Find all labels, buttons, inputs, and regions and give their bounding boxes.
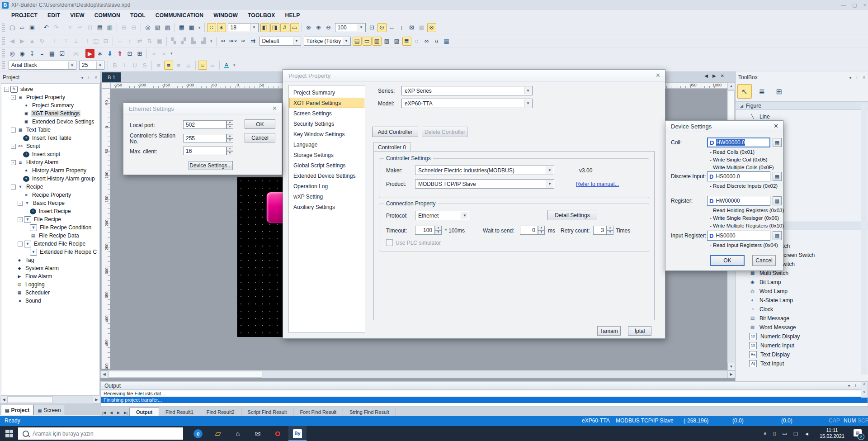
menu-project[interactable]: PROJECT bbox=[6, 11, 42, 20]
last-tab-icon[interactable]: ▶| bbox=[122, 409, 129, 416]
menu-communication[interactable]: COMMUNICATION bbox=[151, 11, 208, 20]
tab-scroll-left-icon[interactable]: ◀ bbox=[704, 73, 708, 78]
zoom-selection-icon[interactable]: ⊠ bbox=[407, 23, 416, 32]
tree-item-history-alarm-property[interactable]: ∗History Alarm Property bbox=[1, 166, 99, 175]
output-pin-icon[interactable]: ⊤ bbox=[854, 383, 858, 388]
font-name-combo[interactable]: Arial Black▼ bbox=[9, 61, 76, 70]
menu-view[interactable]: VIEW bbox=[65, 11, 89, 20]
refer-to-manual-link[interactable]: Refer to manual... bbox=[576, 181, 619, 187]
cancel-button[interactable]: Cancel bbox=[752, 255, 776, 266]
tree-item-tag[interactable]: ◈Tag bbox=[1, 256, 99, 264]
keypad-icon[interactable]: ▦ bbox=[773, 138, 782, 147]
tree-item-insert-text-table[interactable]: +Insert Text Table bbox=[1, 134, 99, 142]
upload-project-icon[interactable]: ⇑ bbox=[115, 49, 124, 58]
dialog-close-icon[interactable]: ✕ bbox=[272, 105, 277, 112]
screen-tab[interactable]: B-1 bbox=[102, 72, 121, 82]
valign-middle-icon[interactable]: ≂ bbox=[198, 61, 207, 70]
undo-icon[interactable]: ↶ bbox=[42, 23, 51, 32]
tree-item-scheduler[interactable]: ▦Scheduler bbox=[1, 289, 99, 297]
zoom-area-icon[interactable]: ⊡ bbox=[368, 23, 377, 32]
station-input[interactable]: 255 bbox=[183, 134, 226, 142]
dialog-close-icon[interactable]: ✕ bbox=[656, 72, 660, 79]
find-in-screen-icon[interactable]: ◉ bbox=[18, 49, 27, 58]
tree-item-insert-script[interactable]: +Insert script bbox=[1, 150, 99, 158]
zoom-100-icon[interactable]: ⊙ bbox=[377, 23, 387, 32]
memo-list-icon[interactable]: ▤ bbox=[47, 49, 57, 58]
tree-item-insert-history-alarm-group[interactable]: +Insert History Alarm group bbox=[1, 175, 99, 183]
device-settings-button[interactable]: Device Settings... bbox=[189, 161, 233, 170]
paste-device-icon[interactable]: ▥ bbox=[105, 23, 114, 32]
toolbar-overflow-icon[interactable]: ▾ bbox=[198, 25, 201, 30]
menu-tool[interactable]: TOOL bbox=[125, 11, 151, 20]
pp-nav-xgt-panel-settings[interactable]: XGT Panel Settings bbox=[289, 98, 364, 108]
tree-item-basic-recipe[interactable]: -▼Basic Recipe bbox=[1, 199, 99, 207]
pane-screen-icon[interactable]: ▭ bbox=[363, 37, 372, 46]
pane-comment-icon[interactable]: ◌ bbox=[412, 37, 421, 46]
save-file-icon[interactable]: ▣ bbox=[28, 23, 37, 32]
output-tab-output[interactable]: Output bbox=[129, 408, 159, 416]
chevron-up-icon[interactable]: ∧ bbox=[763, 431, 767, 436]
ok-button[interactable]: OK bbox=[245, 119, 275, 129]
tree-expander-icon[interactable]: - bbox=[11, 95, 16, 100]
run-simulator-icon[interactable]: ▶ bbox=[85, 49, 94, 58]
local-port-input[interactable]: 502 bbox=[183, 120, 226, 129]
minimize-button[interactable]: — bbox=[841, 2, 846, 8]
device-icon[interactable]: ▯ bbox=[773, 431, 776, 436]
menu-help[interactable]: HELP bbox=[280, 11, 305, 20]
device-address-input[interactable]: DHW00000.0 bbox=[707, 138, 770, 147]
show-device-icon[interactable]: DEV bbox=[229, 37, 238, 46]
dialog-close-icon[interactable]: ✕ bbox=[774, 123, 778, 129]
tree-item-insert-recipe[interactable]: +Insert Recipe bbox=[1, 207, 99, 215]
toolbox-item-text-input[interactable]: A|Text Input bbox=[736, 359, 868, 368]
tree-item-flow-alarm[interactable]: ▶Flow Alarm bbox=[1, 272, 99, 280]
prev-tab-icon[interactable]: ◀ bbox=[108, 409, 115, 416]
tree-expander-icon[interactable]: - bbox=[18, 242, 23, 247]
tree-item-recipe-property[interactable]: ∗Recipe Property bbox=[1, 191, 99, 199]
toolbox-item-line[interactable]: ╲Line bbox=[736, 112, 868, 121]
pp-nav-security-settings[interactable]: Security Settings bbox=[289, 119, 364, 129]
tree-item-history-alarm[interactable]: -≣History Alarm bbox=[1, 158, 99, 166]
paste-icon[interactable]: ▤ bbox=[95, 23, 104, 32]
state-combo[interactable]: Default▼ bbox=[259, 37, 301, 46]
battery-icon[interactable]: ▭ bbox=[782, 431, 787, 436]
pane-script-icon[interactable]: {} bbox=[432, 37, 441, 46]
tree-item-xgt-panel-settings[interactable]: ▣XGT Panel Settings bbox=[1, 109, 99, 118]
protocol-combo[interactable]: Ethernet▼ bbox=[415, 211, 469, 220]
tree-item-project-property[interactable]: -⊞Project Property bbox=[1, 93, 99, 101]
data-check-icon[interactable]: ☑ bbox=[57, 49, 66, 58]
tab-close-icon[interactable]: ✕ bbox=[721, 73, 724, 78]
zoom-fit-width-icon[interactable]: ↔ bbox=[387, 23, 396, 32]
window-screen-icon[interactable]: ◧ bbox=[260, 23, 269, 32]
toolbox-item-n-state-lamp[interactable]: ◐N-State Lamp bbox=[736, 296, 868, 304]
pp-nav-language[interactable]: Language bbox=[289, 139, 364, 150]
font-size-combo[interactable]: 25▼ bbox=[79, 61, 104, 70]
toolbox-dropdown-icon[interactable]: ▾ bbox=[849, 75, 851, 80]
product-combo[interactable]: MODBUS TCP/IP Slave▼ bbox=[415, 179, 554, 189]
delete-controller-button[interactable]: Delete Controller bbox=[422, 127, 468, 137]
toolbox-item-numeric-display[interactable]: 12Numeric Display bbox=[736, 332, 868, 341]
retry-input[interactable]: 3 bbox=[593, 226, 607, 235]
toolbar-overflow-icon[interactable]: ▾ bbox=[170, 51, 173, 56]
pane-grid-icon[interactable]: ▦ bbox=[442, 37, 451, 46]
tree-expander-icon[interactable]: - bbox=[4, 87, 9, 92]
grid-size-combo[interactable]: 18▼ bbox=[228, 23, 259, 32]
monitor-hand-icon[interactable]: ⊡ bbox=[125, 49, 134, 58]
open-file-icon[interactable]: ▱ bbox=[18, 23, 27, 32]
panel-dropdown-icon[interactable]: ▾ bbox=[81, 75, 83, 80]
next-tab-icon[interactable]: ▶ bbox=[115, 409, 122, 416]
toolbox-item-clock[interactable]: ◔Clock bbox=[736, 305, 868, 313]
start-button[interactable] bbox=[5, 430, 13, 437]
font-color-icon[interactable]: A bbox=[222, 61, 231, 70]
device-address-input[interactable]: DHS0000 bbox=[707, 231, 770, 241]
first-tab-icon[interactable]: |◀ bbox=[100, 409, 108, 416]
project-property-title[interactable]: Project Property bbox=[283, 70, 665, 82]
taskbar-app-mail[interactable]: ✉ bbox=[249, 426, 267, 441]
menu-common[interactable]: COMMON bbox=[90, 11, 125, 20]
show-order-icon[interactable]: 12 bbox=[239, 37, 248, 46]
find-in-project-icon[interactable]: ◎ bbox=[8, 49, 17, 58]
tree-expander-icon[interactable]: - bbox=[11, 160, 16, 165]
tree-item-file-recipe[interactable]: -▼File Recipe bbox=[1, 215, 99, 223]
keypad-icon[interactable]: ▦ bbox=[773, 172, 782, 181]
toolbox-item-numeric-input[interactable]: 12Numeric Input bbox=[736, 341, 868, 350]
toolbar-overflow-icon[interactable]: ▾ bbox=[233, 63, 236, 67]
